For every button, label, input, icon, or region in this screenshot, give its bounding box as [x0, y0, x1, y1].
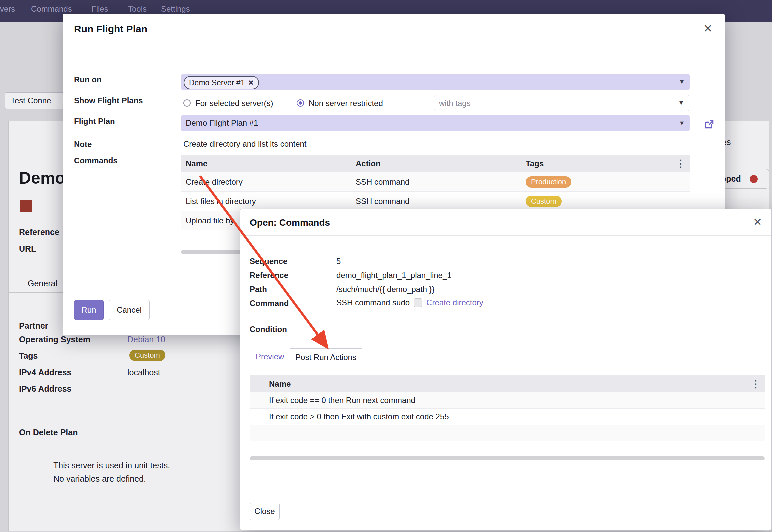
commands-label: Commands: [74, 156, 118, 165]
sequence-value: 5: [336, 257, 341, 266]
cancel-button[interactable]: Cancel: [109, 300, 150, 320]
open-commands-modal: Open: Commands ✕ Sequence 5 Reference de…: [240, 209, 772, 530]
tag-badge-production: Production: [526, 176, 571, 188]
column-header-name[interactable]: Name: [269, 379, 765, 389]
close-icon[interactable]: ✕: [753, 217, 762, 227]
table-row[interactable]: If exit code > 0 then Exit with custom e…: [250, 409, 765, 425]
note-label: Note: [74, 140, 92, 149]
chevron-down-icon: ▾: [680, 77, 684, 86]
kebab-menu-icon[interactable]: ⋮: [676, 159, 686, 169]
field-column-divider: [332, 321, 332, 341]
row-name: If exit code > 0 then Exit with custom e…: [269, 412, 765, 421]
flight-plan-value: Demo Flight Plan #1: [186, 118, 258, 128]
table-row[interactable]: List files in directory SSH command Cust…: [181, 192, 690, 211]
run-on-server-select[interactable]: Demo Server #1 ✕ ▾: [181, 74, 690, 90]
run-modal-title: Run Flight Plan: [74, 23, 147, 35]
radio-non-server-restricted[interactable]: [297, 99, 304, 107]
with-tags-placeholder: with tags: [439, 99, 471, 108]
reference-label: Reference: [250, 271, 288, 280]
create-directory-checkbox[interactable]: [414, 298, 422, 307]
show-flight-plans-label: Show Flight Plans: [74, 96, 143, 105]
column-header-name[interactable]: Name: [181, 159, 351, 168]
radio-non-server-restricted-label[interactable]: Non server restricted: [309, 99, 383, 108]
close-icon[interactable]: ✕: [703, 23, 713, 34]
run-on-label: Run on: [74, 75, 102, 84]
field-column-divider: [332, 255, 332, 319]
column-header-action[interactable]: Action: [351, 159, 521, 168]
sequence-label: Sequence: [250, 257, 287, 266]
kebab-menu-icon[interactable]: ⋮: [751, 379, 761, 389]
flight-plan-label: Flight Plan: [74, 117, 115, 126]
row-name: Create directory: [181, 177, 351, 187]
remove-icon[interactable]: ✕: [248, 79, 254, 87]
table-row-empty: [250, 425, 765, 441]
radio-selected-servers-label[interactable]: For selected server(s): [195, 99, 273, 108]
row-name: If exit code == 0 then Run next command: [269, 396, 765, 405]
tab-post-run-actions[interactable]: Post Run Actions: [290, 348, 362, 366]
tab-preview[interactable]: Preview: [256, 352, 284, 361]
commands-modal-title: Open: Commands: [250, 217, 330, 228]
chevron-down-icon: ▾: [679, 98, 683, 107]
horizontal-scrollbar[interactable]: [250, 456, 765, 460]
table-row[interactable]: If exit code == 0 then Run next command: [250, 392, 765, 409]
close-button[interactable]: Close: [250, 503, 280, 520]
chevron-down-icon: ▾: [680, 118, 684, 127]
modal-header-divider: [63, 44, 725, 44]
path-value: /such/much/{{ demo_path }}: [336, 285, 435, 294]
server-chip-label: Demo Server #1: [189, 78, 245, 87]
radio-selected-servers[interactable]: [183, 99, 191, 107]
post-run-actions-table: Name ⋮ If exit code == 0 then Run next c…: [250, 375, 765, 441]
column-header-tags[interactable]: Tags: [521, 159, 690, 168]
tab-bar-divider: [250, 366, 290, 366]
tag-badge-custom: Custom: [526, 196, 562, 207]
reference-value: demo_flight_plan_1_plan_line_1: [336, 271, 452, 280]
plan-description: Create directory and list its content: [183, 139, 307, 149]
row-action: SSH command: [351, 177, 521, 187]
row-action: SSH command: [351, 197, 521, 206]
external-link-icon[interactable]: [704, 119, 715, 130]
with-tags-select[interactable]: with tags ▾: [434, 95, 689, 111]
path-label: Path: [250, 285, 267, 294]
run-button[interactable]: Run: [74, 300, 104, 320]
command-label: Command: [250, 299, 289, 308]
create-directory-link[interactable]: Create directory: [426, 298, 483, 307]
server-chip[interactable]: Demo Server #1 ✕: [184, 76, 259, 89]
row-name: List files in directory: [181, 197, 351, 206]
table-row[interactable]: Create directory SSH command Production: [181, 172, 690, 192]
modal-header-divider: [240, 235, 771, 236]
screen: vers Commands Files Tools Settings Test …: [0, 0, 772, 532]
flight-plan-select[interactable]: Demo Flight Plan #1 ▾: [181, 115, 690, 131]
command-value: SSH command sudo: [336, 298, 410, 307]
condition-label: Condition: [250, 325, 287, 334]
